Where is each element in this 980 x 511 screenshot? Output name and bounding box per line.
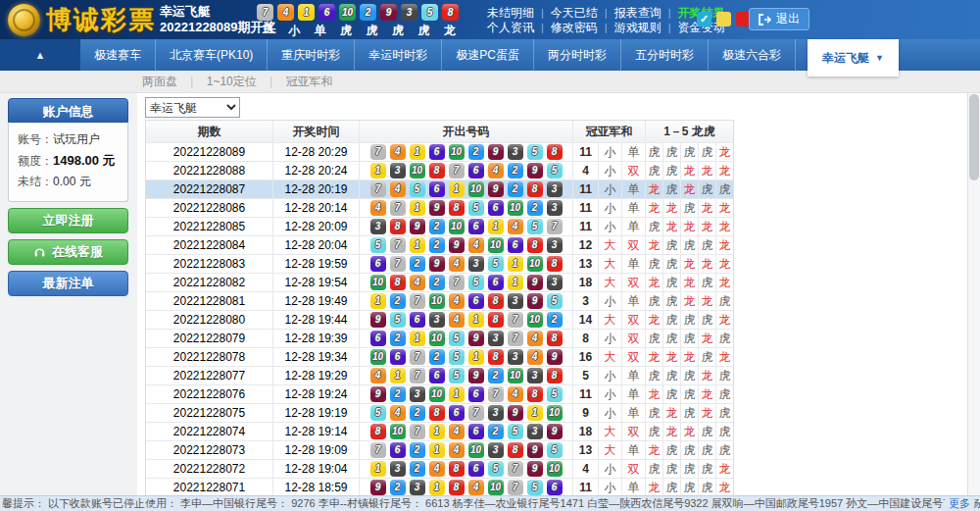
ball-9: 9 (370, 312, 386, 328)
sum-cell: 3 (572, 292, 598, 310)
dragon-tiger-cell: 龙 (662, 348, 680, 366)
ball-2: 2 (410, 405, 425, 421)
balls-cell: 92318410756 (359, 479, 572, 495)
game-select-wrap: 幸运飞艇 (145, 97, 967, 118)
ball-7: 7 (370, 442, 386, 458)
ball-3: 3 (547, 181, 563, 197)
sidebar: 账户信息 账号：试玩用户额度：1498.00 元未结：0.00 元 立即注册在线… (8, 98, 128, 296)
ball-9: 9 (468, 368, 484, 383)
sum-cell: 18 (572, 423, 598, 440)
ball-1: 1 (449, 386, 465, 402)
menu-item[interactable]: 未结明细 (487, 6, 534, 21)
parity-cell: 双 (621, 236, 645, 254)
dragon-tiger-cell: 虎 (698, 348, 715, 366)
menu-item[interactable]: 修改密码 (551, 21, 598, 35)
ball-6: 6 (468, 163, 484, 179)
column-header: 开奖时间 (272, 121, 359, 142)
ball-4: 4 (410, 275, 425, 290)
results-table-body: 2022122808912-28 20:297416102935811小单虎虎虎… (146, 142, 733, 495)
ball-5: 5 (527, 144, 543, 160)
menu-item[interactable]: 今天已结 (551, 6, 598, 21)
game-select[interactable]: 幸运飞艇 (145, 97, 240, 118)
ball-8: 8 (488, 349, 504, 365)
ball-9: 9 (449, 237, 465, 253)
register-button[interactable]: 立即注册 (8, 208, 128, 233)
more-link[interactable]: 更多 (945, 496, 974, 511)
tab-两分时时彩[interactable]: 两分时时彩 (534, 39, 621, 71)
online-service-button[interactable]: 在线客服 (8, 239, 128, 265)
ball-3: 3 (527, 424, 543, 439)
ball-8: 8 (547, 144, 563, 160)
ball-10: 10 (488, 480, 504, 495)
tab-幸运飞艇[interactable]: 幸运飞艇▼ (808, 39, 899, 77)
dragon-tiger-cell: 虎 (698, 236, 715, 254)
ball-7: 7 (508, 331, 523, 346)
dragon-tiger-cell: 虎 (662, 330, 680, 347)
ball-2: 2 (547, 312, 563, 328)
ball-4: 4 (370, 368, 386, 383)
size-cell: 小 (598, 199, 621, 217)
size-cell: 大 (598, 311, 621, 329)
period-cell: 20221228085 (146, 218, 272, 235)
result-row: 2022122808812-28 20:24131087642954小双虎虎龙龙… (146, 161, 733, 179)
ball-6: 6 (318, 4, 335, 21)
parity-cell: 单 (621, 441, 645, 459)
latest-summary-item: 虎 (392, 23, 404, 39)
parity-cell: 双 (621, 348, 645, 366)
dragon-tiger-cell: 虎 (698, 180, 715, 198)
menu-item[interactable]: 游戏规则 (614, 21, 662, 35)
ball-1: 1 (508, 256, 523, 272)
dragon-tiger-cell: 虎 (680, 385, 698, 403)
dragon-tiger-cell: 虎 (715, 330, 733, 347)
menu-row: 未结明细|今天已结|报表查询|开奖结果 (487, 6, 725, 21)
content-area: 幸运飞艇 期数开奖时间开出号码冠亚军和1－5 龙虎 2022122808912-… (0, 93, 980, 495)
time-cell: 12-28 19:14 (272, 423, 359, 440)
ball-10: 10 (339, 4, 356, 21)
dragon-tiger-cell: 龙 (715, 143, 733, 161)
menu-item[interactable]: 报表查询 (614, 6, 662, 21)
latest-result: 74161029358 11小单虎虎虎虎龙 (257, 4, 461, 39)
dragon-tiger-cell: 虎 (680, 367, 698, 384)
tab-五分时时彩[interactable]: 五分时时彩 (621, 39, 709, 71)
time-cell: 12-28 19:04 (272, 460, 359, 478)
size-cell: 小 (598, 385, 621, 403)
ball-10: 10 (429, 293, 445, 309)
ball-9: 9 (429, 256, 445, 272)
dragon-tiger-cell: 龙 (698, 330, 715, 347)
tab-北京赛车(PK10)[interactable]: 北京赛车(PK10) (156, 39, 268, 71)
scrollbar-thumb[interactable] (969, 94, 979, 180)
balls-cell: 67294351108 (359, 255, 572, 273)
theme-yellow-icon[interactable] (716, 12, 731, 26)
size-cell: 小 (598, 180, 621, 198)
latest-orders-button[interactable]: 最新注单 (8, 271, 128, 296)
result-row: 2022122808612-28 20:144719856102311小单龙龙虎… (146, 198, 733, 217)
tab-极速赛车[interactable]: 极速赛车 (80, 39, 156, 71)
ball-2: 2 (429, 219, 445, 234)
dragon-tiger-cell: 龙 (645, 441, 662, 459)
ball-1: 1 (468, 349, 484, 365)
ball-2: 2 (410, 461, 425, 477)
dragon-tiger-cell: 虎 (645, 367, 662, 384)
tab-幸运时时彩[interactable]: 幸运时时彩 (355, 39, 442, 71)
sum-cell: 11 (572, 199, 598, 217)
tab-极速PC蛋蛋[interactable]: 极速PC蛋蛋 (442, 39, 534, 71)
dragon-tiger-cell: 龙 (680, 423, 698, 440)
collapse-tabs-button[interactable]: ▲ (0, 39, 80, 71)
dragon-tiger-cell: 虎 (680, 460, 698, 478)
result-row: 2022122807912-28 19:39621105937488小双虎虎虎龙… (146, 329, 733, 347)
ball-9: 9 (370, 480, 386, 495)
sum-cell: 11 (572, 218, 598, 235)
tab-极速六合彩[interactable]: 极速六合彩 (709, 39, 796, 71)
period-cell: 20221228080 (146, 311, 272, 329)
ball-10: 10 (410, 163, 425, 179)
menu-item[interactable]: 个人资讯 (487, 21, 534, 35)
tab-重庆时时彩[interactable]: 重庆时时彩 (268, 39, 355, 71)
menu-row: 个人资讯|修改密码|游戏规则|资金变动 (487, 21, 725, 35)
vertical-scrollbar[interactable] (967, 93, 980, 495)
balls-cell: 12710468395 (359, 292, 572, 310)
time-cell: 12-28 19:29 (272, 367, 359, 384)
logout-button[interactable]: 退出 (749, 8, 809, 30)
ball-4: 4 (449, 312, 465, 328)
parity-cell: 单 (621, 255, 645, 273)
theme-check-icon[interactable]: ✓ (697, 12, 711, 26)
